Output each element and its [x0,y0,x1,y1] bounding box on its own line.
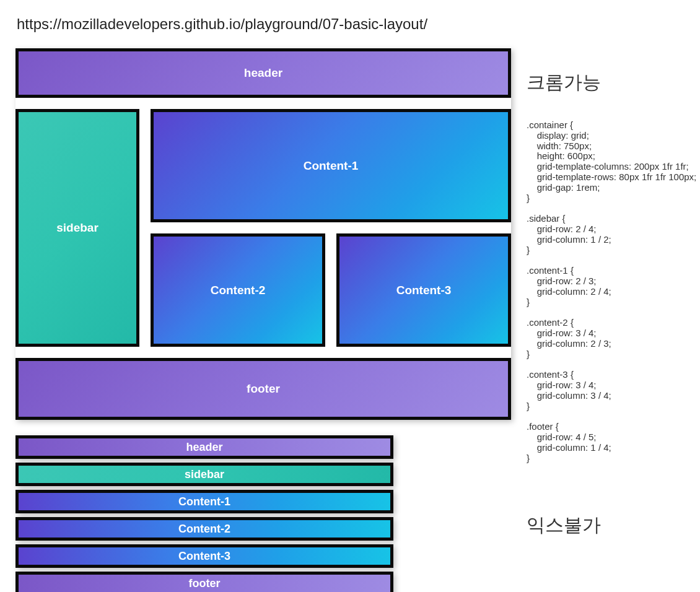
main-layout: header sidebar Content-1 Content-2 Conte… [15,48,685,592]
stack-header: header [15,435,393,459]
stack-footer: footer [15,572,393,592]
grid-sidebar: sidebar [15,109,139,347]
grid-example: header sidebar Content-1 Content-2 Conte… [15,48,511,420]
stack-content-1: Content-1 [15,490,393,513]
stack-example: header sidebar Content-1 Content-2 Conte… [15,435,393,592]
right-column: 크롬가능 .container { display: grid; width: … [527,48,696,551]
grid-content-1: Content-1 [151,109,511,222]
page-url: https://mozilladevelopers.github.io/play… [17,15,685,33]
stack-content-2: Content-2 [15,517,393,541]
grid-footer: footer [15,358,511,420]
grid-example-wrap: header sidebar Content-1 Content-2 Conte… [15,48,511,420]
left-column: header sidebar Content-1 Content-2 Conte… [15,48,511,592]
grid-content-3: Content-3 [336,233,511,347]
grid-content-2: Content-2 [151,233,325,347]
grid-header: header [15,48,511,98]
stack-content-3: Content-3 [15,544,393,568]
heading-ie: 익스불가 [527,513,696,538]
stack-sidebar: sidebar [15,463,393,486]
css-code-block: .container { display: grid; width: 750px… [527,120,696,463]
stack-example-wrap: header sidebar Content-1 Content-2 Conte… [15,435,511,592]
heading-chrome: 크롬가능 [527,70,696,95]
